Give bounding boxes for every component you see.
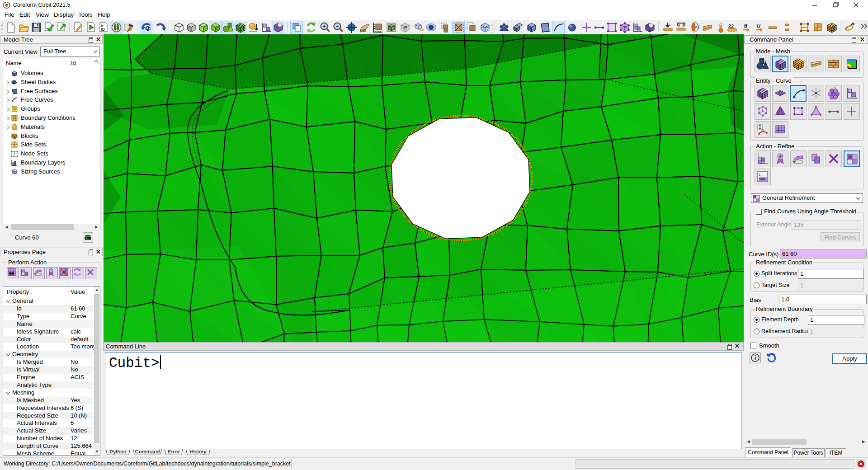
svg-text:a: a — [744, 21, 747, 29]
svg-text:u: u — [757, 21, 761, 29]
svg-text:100: 100 — [759, 177, 765, 181]
svg-text:ID: ID — [101, 27, 105, 32]
svg-text:Σ: Σ — [759, 124, 762, 130]
svg-text:1→: 1→ — [759, 173, 764, 177]
svg-text:22: 22 — [728, 24, 734, 29]
